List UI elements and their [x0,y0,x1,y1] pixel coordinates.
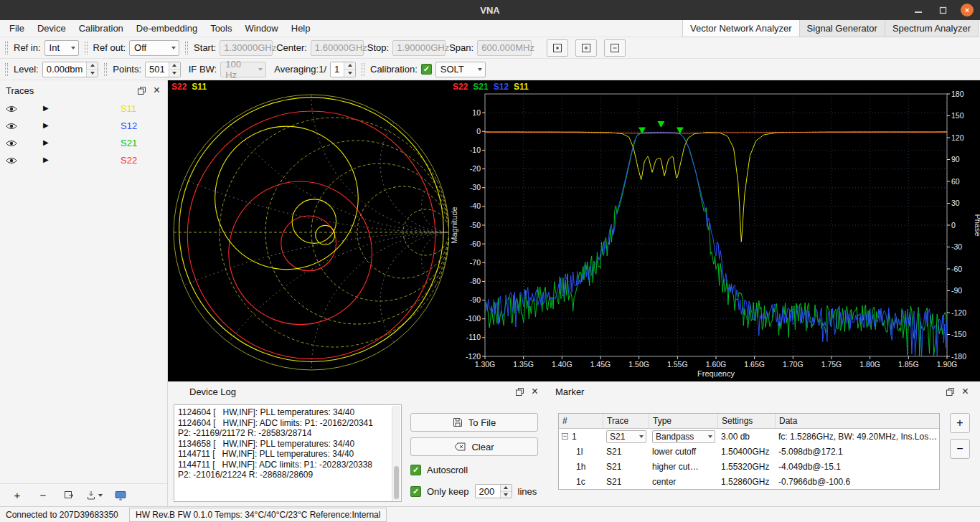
float-panel-icon[interactable] [515,387,524,397]
eye-icon[interactable] [6,156,17,167]
close-panel-icon[interactable]: × [154,85,160,96]
marker-type-select[interactable]: Bandpass [652,430,715,443]
scale-window-button[interactable] [547,39,568,57]
close-panel-icon[interactable]: × [532,386,538,397]
clear-button[interactable]: Clear [410,437,538,456]
to-file-button[interactable]: To File [410,413,538,432]
spin-up-button[interactable] [169,62,180,70]
menu-tools[interactable]: Tools [204,22,238,35]
spin-down-button[interactable] [501,492,512,498]
calibration-checkbox[interactable]: ✓ [421,64,432,75]
trace-row-s12[interactable]: ▶ S12 [0,118,167,135]
trace-row-s21[interactable]: ▶ S21 [0,135,167,152]
scrollbar[interactable] [392,406,400,500]
log-line: 1144711 [ HW,INF]: PLL temperatures: 34/… [178,449,388,460]
column-header-number[interactable]: # [559,414,603,429]
zoom-in-button[interactable] [575,39,597,57]
marker-trace-select[interactable]: S21 [606,430,646,443]
spin-up-button[interactable] [87,62,98,70]
stop-frequency-field[interactable]: 1.90000GHz [392,40,446,56]
zoom-out-button[interactable] [604,39,626,57]
smith-chart[interactable]: S22 S11 [168,80,449,381]
column-header-data[interactable]: Data [776,414,939,429]
collapse-toggle[interactable]: − [562,433,568,440]
toolbar-handle[interactable] [104,63,107,76]
float-panel-icon[interactable] [137,86,146,95]
ref-in-select[interactable]: Int [44,40,79,56]
trace-row-s22[interactable]: ▶ S22 [0,152,167,169]
toolbar-handle[interactable] [5,42,8,54]
svg-text:-50: -50 [470,221,481,229]
tab-vector-network-analyzer[interactable]: Vector Network Analyzer [682,20,800,37]
menu-window[interactable]: Window [239,22,285,35]
averaging-spinbox[interactable]: 1 [330,62,356,77]
ref-out-select[interactable]: Off [129,40,179,56]
svg-text:-40: -40 [470,201,481,210]
float-panel-icon[interactable] [946,387,955,397]
eye-icon[interactable] [6,139,17,150]
remove-marker-button[interactable]: − [950,439,970,459]
restore-button[interactable] [936,3,950,17]
menu-device[interactable]: Device [31,22,72,35]
start-frequency-field[interactable]: 1.30000GHz [220,40,273,56]
spin-down-button[interactable] [344,70,355,77]
minimize-button[interactable] [911,3,925,17]
export-image-button[interactable] [59,487,79,504]
marker-row-1l[interactable]: 1l S21 lower cutoff 1.50400GHz -5.098db@… [559,444,939,459]
expand-arrow-icon[interactable]: ▶ [43,138,49,146]
menu-deembedding[interactable]: De-embedding [130,22,204,35]
calibration-select[interactable]: SOLT [435,62,486,77]
marker-id-cell: 1c [559,474,603,489]
spin-down-button[interactable] [169,70,180,77]
points-spinbox[interactable]: 501 [145,62,181,77]
toolbar-handle[interactable] [5,63,8,76]
ifbw-select[interactable]: 100 Hz [220,62,266,77]
expand-arrow-icon[interactable]: ▶ [43,104,49,112]
spin-down-button[interactable] [87,70,98,77]
tab-spectrum-analyzer[interactable]: Spectrum Analyzer [885,20,979,37]
menu-file[interactable]: File [3,22,31,35]
toolbar-handle[interactable] [362,63,364,76]
column-header-trace[interactable]: Trace [603,414,649,429]
averaging-value: 1 [331,62,344,77]
scrollbar-thumb[interactable] [394,466,399,499]
device-log-list[interactable]: 1124604 [ HW,INF]: PLL temperatures: 34/… [174,404,402,502]
only-keep-checkbox[interactable]: ✓ Only keep 200 lines [410,484,538,498]
column-header-type[interactable]: Type [649,414,718,429]
spin-up-button[interactable] [501,485,512,492]
marker-row-1c[interactable]: 1c S21 center 1.52860GHz -0.7966db@-100.… [559,474,939,489]
span-frequency-field[interactable]: 600.000MHz [477,40,532,56]
eye-icon[interactable] [6,105,17,115]
expand-arrow-icon[interactable]: ▶ [43,121,49,129]
menu-calibration[interactable]: Calibration [72,22,130,35]
svg-text:-60: -60 [470,239,481,248]
expand-arrow-icon[interactable]: ▶ [43,156,49,163]
toolbar-handle[interactable] [85,42,88,54]
clear-label: Clear [471,442,494,452]
close-panel-icon[interactable]: × [962,386,969,397]
autoscroll-checkbox[interactable]: ✓ Autoscroll [410,465,538,475]
eye-icon[interactable] [6,122,17,133]
menu-help[interactable]: Help [285,22,317,35]
save-dropdown-button[interactable] [85,487,105,504]
only-keep-spinbox[interactable]: 200 [475,484,512,498]
column-header-settings[interactable]: Settings [718,414,776,429]
marker-type-cell: higher cut… [649,459,718,474]
menubar: File Device Calibration De-embedding Too… [0,20,980,37]
add-marker-button[interactable]: + [950,413,970,433]
tab-signal-generator[interactable]: Signal Generator [799,20,885,37]
add-trace-button[interactable]: + [7,487,27,504]
display-button[interactable] [110,487,131,504]
close-button[interactable]: × [960,3,974,17]
center-frequency-field[interactable]: 1.60000GHz [311,40,364,56]
ref-out-label: Ref out: [93,42,126,53]
level-spinbox[interactable]: 0.00dbm [42,62,99,77]
marker-data-cell: -0.7966db@-100.6 [776,474,939,489]
remove-trace-button[interactable]: − [33,487,53,504]
toolbar-handle[interactable] [185,42,188,54]
marker-row-1h[interactable]: 1h S21 higher cut… 1.55320GHz -4.049db@-… [559,459,939,474]
magnitude-plot[interactable]: S22 S21 S12 S11 100-10-20-30-40-50-60-70… [449,80,980,381]
trace-row-s11[interactable]: ▶ S11 [0,100,167,118]
marker-row-1[interactable]: − 1 S21 Bandpass 3.00 db fc: 1.5286GHz, … [559,429,939,444]
spin-up-button[interactable] [344,62,355,70]
